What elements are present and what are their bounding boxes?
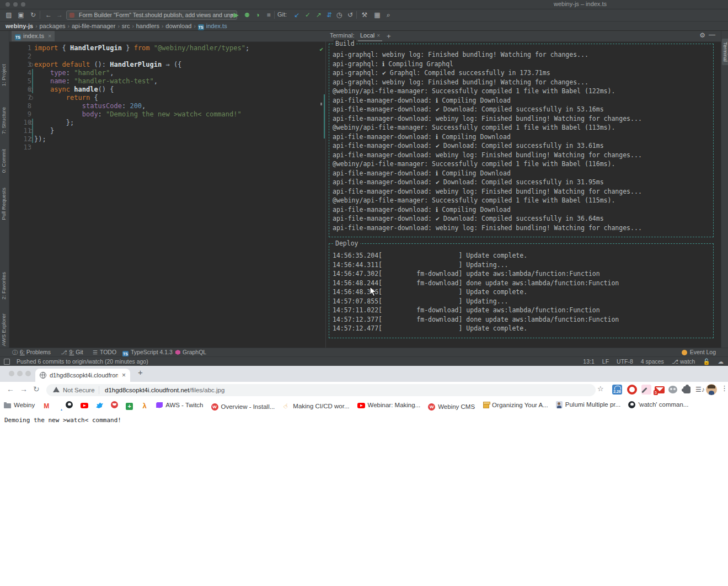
toolwindow-typescript[interactable]: TSTypeScript 4.1.3 <box>122 349 173 356</box>
terminal-header: Terminal: Local× + ⚙ — <box>326 31 721 42</box>
history-icon[interactable]: ◷ <box>335 10 344 19</box>
run-with-coverage-button[interactable]: ◑ <box>253 10 262 19</box>
line-number: 3 <box>9 61 31 69</box>
forward-icon[interactable]: → <box>55 10 64 19</box>
browser-tab[interactable]: d1hgd8csopkt4i.cloudfront.ne × <box>35 369 130 382</box>
toolwindow-git[interactable]: ⎇9: Git <box>61 349 83 356</box>
code-token: export default <box>34 61 90 68</box>
toolwindow-problems[interactable]: ⓘ6: Problems <box>12 349 51 356</box>
fold-marker[interactable] <box>29 121 33 125</box>
deploy-log-line: 14:57:12.377[ fm-download] done update a… <box>333 315 713 324</box>
extension-aws-icon[interactable]: 2.26 <box>612 385 622 395</box>
indent-setting[interactable]: 4 spaces <box>641 358 664 365</box>
run-configuration-select[interactable]: Form Builder "Form" Test.should publish,… <box>66 10 237 20</box>
encoding[interactable]: UTF-8 <box>617 358 633 365</box>
toolwindow-graphql[interactable]: GraphQL <box>175 349 206 356</box>
extension-adblock-icon[interactable] <box>627 385 637 395</box>
browser-close-button[interactable] <box>9 371 14 376</box>
minimize-icon[interactable]: — <box>709 31 715 39</box>
forward-icon[interactable]: → <box>20 385 28 393</box>
browser-menu-icon[interactable]: ⋮ <box>721 384 728 392</box>
git-commit-icon[interactable]: ✓ <box>303 10 312 19</box>
graphql-label: GraphQL <box>183 349 206 355</box>
extension-session-icon[interactable] <box>668 386 677 393</box>
browser-zoom-button[interactable] <box>25 371 31 376</box>
bookmark-pulumi-multiple-pr[interactable]: Pulumi Multiple pr... <box>556 398 620 411</box>
code-editor[interactable]: 12345678910111213 import { HandlerPlugin… <box>9 42 325 348</box>
sidebar-item--project[interactable]: 1: Project <box>1 64 7 86</box>
sidebar-item-terminal[interactable]: Terminal <box>722 39 728 65</box>
toolwindow-toggle-icon[interactable] <box>4 359 10 365</box>
address-bar[interactable]: Not Secure d1hgd8csopkt4i.cloudfront.net… <box>46 384 596 396</box>
bookmark-reddot[interactable] <box>111 398 118 411</box>
close-icon[interactable]: × <box>122 369 126 382</box>
toolwindow-todo[interactable]: ☰TODO <box>93 349 116 356</box>
editor-tab-index-ts[interactable]: TSindex.ts× <box>12 31 55 41</box>
open-folder-icon[interactable]: ▨ <box>4 10 13 19</box>
bookmark-twitter[interactable] <box>96 399 103 411</box>
extension-playlist-icon[interactable]: ☰♪ <box>695 385 705 395</box>
git-fetch-icon[interactable]: ⇵ <box>325 10 334 19</box>
fold-marker[interactable] <box>29 88 33 92</box>
bookmark-github[interactable] <box>66 398 73 411</box>
bookmark--watch-comman[interactable]: 'watch' comman... <box>628 398 688 411</box>
line-number: 7 <box>9 94 31 102</box>
inspections-ok-icon[interactable]: ✔ <box>319 45 323 54</box>
fold-marker[interactable] <box>29 137 33 141</box>
run-button[interactable]: ▶ <box>232 10 240 19</box>
extension-mail-icon[interactable]: 5 <box>655 386 665 393</box>
reload-icon[interactable]: ↻ <box>33 385 40 393</box>
browser-minimize-button[interactable] <box>17 371 23 376</box>
sidebar-item-aws-explorer[interactable]: AWS Explorer <box>1 313 7 346</box>
search-everywhere-icon[interactable]: ⌕ <box>384 10 393 19</box>
terminal-tab-local[interactable]: Local× <box>358 31 382 41</box>
avatar[interactable] <box>706 384 717 395</box>
event-log-button[interactable]: Event Log <box>682 349 716 356</box>
git-push-icon[interactable]: ↗ <box>314 10 323 19</box>
breadcrumb-item[interactable]: webiny-js <box>6 22 33 30</box>
sidebar-item-pull-requests[interactable]: Pull Requests <box>1 188 7 220</box>
extension-colorpicker-icon[interactable] <box>641 385 651 395</box>
security-label[interactable]: Not Secure <box>63 384 95 396</box>
git-update-icon[interactable]: ↙ <box>292 10 301 19</box>
toolwindow-frame-icon[interactable]: ▦ <box>373 10 382 19</box>
extensions-puzzle-icon[interactable] <box>683 386 690 393</box>
breadcrumb-item[interactable]: src <box>122 22 130 30</box>
sidebar-item--commit[interactable]: 0: Commit <box>1 149 7 173</box>
fold-marker[interactable] <box>29 96 33 100</box>
bookmark-webinar-making[interactable]: Webinar: Making... <box>357 399 421 411</box>
fold-marker[interactable] <box>29 63 33 67</box>
git-branch-widget[interactable]: ⎇watch <box>672 358 695 365</box>
line-number: 12 <box>9 135 31 143</box>
breadcrumb-item[interactable]: TSindex.ts <box>198 22 227 30</box>
bookmark-organizing-your-a[interactable]: Organizing Your A... <box>483 399 548 411</box>
caret-position[interactable]: 13:1 <box>583 358 594 365</box>
sidebar-item--favorites[interactable]: 2: Favorites <box>1 272 7 300</box>
line-ending[interactable]: LF <box>602 358 609 365</box>
new-terminal-icon[interactable]: + <box>387 32 391 40</box>
new-tab-button[interactable]: + <box>138 367 143 377</box>
save-icon[interactable]: ▣ <box>17 10 25 19</box>
bookmark-webiny[interactable]: Webiny <box>4 399 35 411</box>
breadcrumb-item[interactable]: handlers <box>136 22 159 30</box>
bookmark-aws-twitch[interactable]: AWS - Twitch <box>156 399 203 411</box>
lock-icon[interactable]: 🔓 <box>703 358 710 365</box>
sync-icon[interactable]: ↻ <box>29 10 38 19</box>
settings-wrench-icon[interactable]: ⚒ <box>360 10 369 19</box>
breadcrumb-item[interactable]: api-file-manager <box>72 22 115 30</box>
debug-button[interactable]: ⚉ <box>243 10 251 19</box>
cloud-sync-icon[interactable]: ☁ <box>718 358 724 365</box>
breadcrumb-item[interactable]: download <box>165 22 191 30</box>
bookmark-youtube[interactable] <box>81 399 88 411</box>
back-icon[interactable]: ← <box>44 10 53 19</box>
fold-marker[interactable] <box>29 129 33 133</box>
close-icon[interactable]: × <box>48 33 51 39</box>
bookmark-star-icon[interactable]: ☆ <box>597 385 604 393</box>
back-icon[interactable]: ← <box>7 385 14 393</box>
sidebar-item--structure[interactable]: 7: Structure <box>1 107 7 134</box>
rollback-icon[interactable]: ↺ <box>346 10 355 19</box>
breadcrumb-item[interactable]: packages <box>39 22 65 30</box>
stop-button[interactable]: ■ <box>264 10 273 19</box>
gear-icon[interactable]: ⚙ <box>699 31 705 39</box>
close-icon[interactable]: × <box>377 33 380 39</box>
